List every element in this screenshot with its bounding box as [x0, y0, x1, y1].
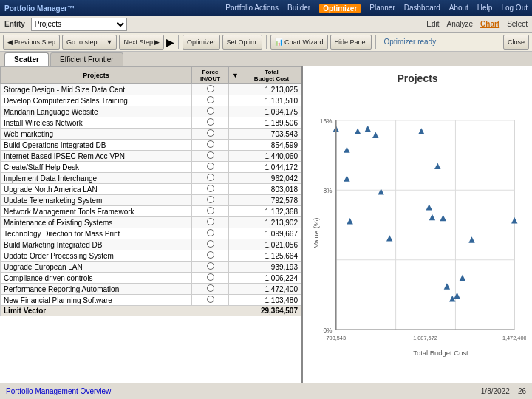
force-cell[interactable]: [192, 184, 229, 195]
radio-cell[interactable]: [229, 151, 242, 162]
top-nav-bar: Portfolio Manager™ Portfolio Actions Bui…: [0, 0, 532, 16]
set-optim-button[interactable]: Set Optim.: [222, 35, 263, 50]
radio-cell[interactable]: [229, 295, 242, 306]
radio-cell[interactable]: [229, 284, 242, 295]
force-radio[interactable]: [207, 129, 214, 137]
force-cell[interactable]: [192, 284, 229, 295]
project-name: Network Management Tools Framework: [1, 206, 192, 217]
force-radio[interactable]: [207, 273, 214, 281]
entity-select-btn[interactable]: Select: [507, 20, 528, 28]
y-label-bot: 0%: [323, 327, 332, 334]
force-cell[interactable]: [192, 195, 229, 206]
tab-efficient-frontier[interactable]: Efficient Frontier: [50, 52, 123, 66]
budget-cell: 1,472,400: [242, 284, 301, 295]
radio-cell[interactable]: [229, 173, 242, 184]
toolbar-separator2: [266, 35, 267, 49]
force-cell[interactable]: [192, 273, 229, 284]
radio-cell[interactable]: [229, 239, 242, 250]
force-radio[interactable]: [207, 85, 214, 92]
force-radio[interactable]: [207, 107, 214, 115]
nav-builder[interactable]: Builder: [287, 4, 310, 13]
radio-cell[interactable]: [229, 95, 242, 106]
radio-cell[interactable]: [229, 206, 242, 217]
next-step-button[interactable]: Next Step ▶: [119, 35, 164, 50]
force-cell[interactable]: [192, 217, 229, 228]
force-cell[interactable]: [192, 117, 229, 129]
force-radio[interactable]: [207, 218, 214, 225]
force-radio[interactable]: [207, 151, 214, 159]
radio-cell[interactable]: [229, 195, 242, 206]
force-radio[interactable]: [207, 251, 214, 259]
status-link[interactable]: Portfolio Management Overview: [6, 387, 111, 395]
hide-panel-button[interactable]: Hide Panel: [330, 35, 372, 50]
force-cell[interactable]: [192, 151, 229, 162]
status-bar: Portfolio Management Overview 1/8/2022 2…: [0, 383, 532, 399]
force-radio[interactable]: [207, 207, 214, 214]
radio-cell[interactable]: [229, 262, 242, 273]
force-radio[interactable]: [207, 284, 214, 292]
radio-cell[interactable]: [229, 140, 242, 151]
force-radio[interactable]: [207, 240, 214, 248]
budget-cell: 962,042: [242, 173, 301, 184]
force-cell[interactable]: [192, 106, 229, 117]
tab-row: Scatter Efficient Frontier: [0, 52, 532, 66]
nav-help[interactable]: Help: [477, 4, 493, 13]
table-row: Upgrade European LAN 939,193: [1, 262, 301, 273]
force-cell[interactable]: [192, 228, 229, 239]
prev-step-button[interactable]: ◀ Previous Step: [3, 35, 60, 50]
force-radio[interactable]: [207, 196, 214, 203]
force-radio[interactable]: [207, 296, 214, 303]
chart-wizard-button[interactable]: 📊 Chart Wizard: [270, 35, 328, 50]
force-cell[interactable]: [192, 262, 229, 273]
nav-portfolio-actions[interactable]: Portfolio Actions: [225, 4, 279, 13]
force-radio[interactable]: [207, 118, 214, 126]
force-radio[interactable]: [207, 262, 214, 270]
force-cell[interactable]: [192, 95, 229, 106]
radio-cell[interactable]: [229, 217, 242, 228]
nav-optimizer[interactable]: Optimizer: [319, 4, 361, 13]
force-radio[interactable]: [207, 185, 214, 192]
radio-cell[interactable]: [229, 273, 242, 284]
tab-scatter[interactable]: Scatter: [4, 52, 49, 66]
force-cell[interactable]: [192, 84, 229, 95]
entity-chart[interactable]: Chart: [480, 20, 499, 28]
radio-cell[interactable]: [229, 228, 242, 239]
radio-cell[interactable]: [229, 117, 242, 129]
radio-cell[interactable]: [229, 84, 242, 95]
budget-cell: 1,099,667: [242, 228, 301, 239]
force-cell[interactable]: [192, 173, 229, 184]
radio-cell[interactable]: [229, 129, 242, 140]
force-radio[interactable]: [207, 96, 214, 103]
go-to-step-select[interactable]: Go to step ... ▼: [62, 35, 117, 50]
force-cell[interactable]: [192, 140, 229, 151]
close-button[interactable]: Close: [503, 35, 529, 50]
col-header-check: ▼: [229, 67, 242, 84]
force-radio[interactable]: [207, 140, 214, 148]
radio-cell[interactable]: [229, 184, 242, 195]
x-label-left: 703,543: [327, 335, 347, 341]
run-optimizer-button[interactable]: Optimizer: [183, 35, 220, 50]
play-icon[interactable]: ▶: [166, 36, 174, 48]
radio-cell[interactable]: [229, 250, 242, 262]
force-radio[interactable]: [207, 229, 214, 236]
force-radio[interactable]: [207, 174, 214, 181]
force-cell[interactable]: [192, 162, 229, 173]
force-cell[interactable]: [192, 129, 229, 140]
nav-about[interactable]: About: [449, 4, 468, 13]
nav-dashboard[interactable]: Dashboard: [404, 4, 440, 13]
chart-area: Value (%) Total Budget Cost 16% 8% 0%: [309, 89, 526, 377]
entity-analyze[interactable]: Analyze: [447, 20, 474, 28]
budget-cell: 854,599: [242, 140, 301, 151]
entity-edit[interactable]: Edit: [426, 20, 439, 28]
force-cell[interactable]: [192, 295, 229, 306]
force-cell[interactable]: [192, 250, 229, 262]
entity-select[interactable]: Projects: [31, 18, 127, 31]
radio-cell[interactable]: [229, 162, 242, 173]
limit-label: Limit Vector: [1, 306, 242, 316]
force-radio[interactable]: [207, 163, 214, 170]
nav-logout[interactable]: Log Out: [501, 4, 528, 13]
nav-planner[interactable]: Planner: [369, 4, 395, 13]
force-cell[interactable]: [192, 206, 229, 217]
radio-cell[interactable]: [229, 106, 242, 117]
force-cell[interactable]: [192, 239, 229, 250]
